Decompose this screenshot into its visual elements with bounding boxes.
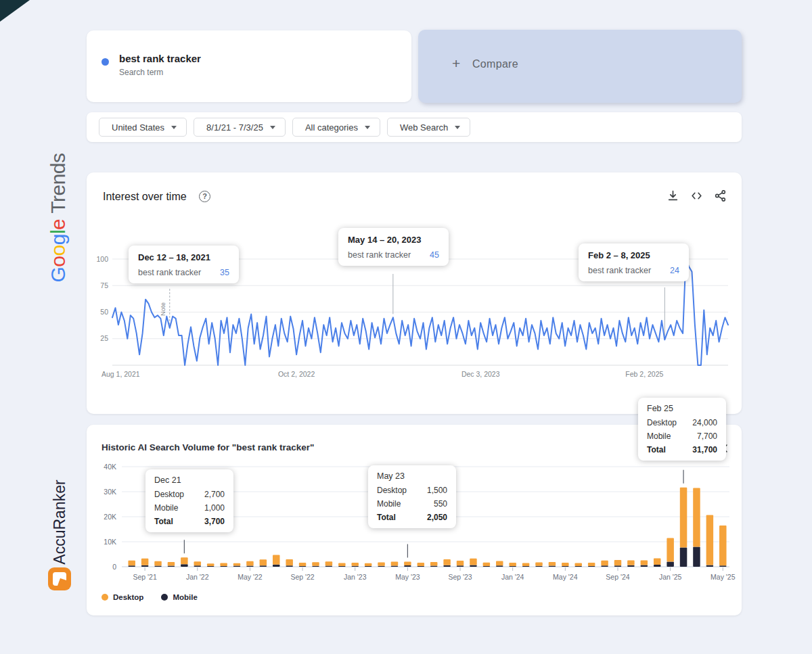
svg-text:Sep '21: Sep '21 xyxy=(133,573,156,581)
tooltip-row-label: Mobile xyxy=(647,431,671,441)
svg-text:30K: 30K xyxy=(104,488,116,496)
share-icon[interactable] xyxy=(714,189,727,202)
desktop-color-dot xyxy=(102,594,108,601)
svg-text:Sep '23: Sep '23 xyxy=(448,573,472,581)
mobile-color-dot xyxy=(161,594,168,601)
filter-daterange-dropdown[interactable]: 8/1/21 - 7/3/25 xyxy=(194,118,286,137)
tooltip-value: 45 xyxy=(430,250,439,260)
search-term-text: best rank tracker xyxy=(119,53,201,64)
tooltip-term: best rank tracker xyxy=(348,250,411,260)
search-term-subtitle: Search term xyxy=(119,68,163,77)
svg-text:May '24: May '24 xyxy=(553,573,578,581)
svg-text:May '25: May '25 xyxy=(710,573,736,581)
tooltip-row-label: Desktop xyxy=(377,486,407,495)
filter-category-label: All categories xyxy=(305,122,358,133)
tooltip-row-value: 2,700 xyxy=(204,490,225,499)
svg-text:Sep '24: Sep '24 xyxy=(606,573,629,581)
legend-label: Mobile xyxy=(173,593,197,601)
filter-category-dropdown[interactable]: All categories xyxy=(292,118,380,137)
tooltip-row-value: 3,700 xyxy=(204,517,225,526)
svg-text:10K: 10K xyxy=(104,538,116,546)
compare-button[interactable]: + Compare xyxy=(418,30,742,103)
filter-country-label: United States xyxy=(112,122,164,133)
tooltip-value: 35 xyxy=(220,268,229,277)
trends-logo-text: Trends xyxy=(47,153,69,213)
help-icon[interactable]: ? xyxy=(199,191,210,202)
tooltip-row-label: Total xyxy=(154,517,173,526)
trends-tooltip-feb-2025: Feb 2 – 8, 2025 best rank tracker24 xyxy=(579,243,689,281)
volume-tooltip-dec-21: Dec 21 Desktop2,700 Mobile1,000 Total3,7… xyxy=(145,469,233,532)
filter-daterange-label: 8/1/21 - 7/3/25 xyxy=(206,122,263,133)
tooltip-row-label: Desktop xyxy=(154,490,184,499)
embed-code-icon[interactable] xyxy=(690,189,703,202)
series-color-dot xyxy=(102,58,109,66)
search-term-card[interactable]: best rank tracker Search term xyxy=(87,30,411,102)
svg-text:75: 75 xyxy=(100,281,108,289)
svg-text:Jan '25: Jan '25 xyxy=(659,573,682,581)
trends-tooltip-may-2023: May 14 – 20, 2023 best rank tracker45 xyxy=(338,228,449,266)
interest-over-time-title: Interest over time xyxy=(103,191,187,203)
tooltip-date: May 23 xyxy=(377,471,447,481)
tooltip-date: Dec 21 xyxy=(154,475,225,485)
chevron-down-icon xyxy=(455,126,460,129)
google-trends-watermark: GoogleTrends xyxy=(47,153,70,282)
tooltip-row-label: Mobile xyxy=(377,499,401,509)
svg-text:100: 100 xyxy=(96,255,108,263)
tooltip-row-value: 7,700 xyxy=(697,431,717,441)
tooltip-row-value: 31,700 xyxy=(692,445,717,454)
tooltip-row-value: 1,500 xyxy=(427,486,447,495)
interest-over-time-card: Interest over time ? 255075100Aug 1, 202… xyxy=(87,172,742,414)
svg-text:Oct 2, 2022: Oct 2, 2022 xyxy=(278,370,315,378)
tooltip-row-value: 550 xyxy=(434,499,447,509)
filter-country-dropdown[interactable]: United States xyxy=(99,118,187,137)
svg-text:Aug 1, 2021: Aug 1, 2021 xyxy=(102,370,140,378)
legend-label: Desktop xyxy=(113,593,143,601)
tooltip-row-label: Total xyxy=(377,513,396,522)
filters-bar: United States 8/1/21 - 7/3/25 All catego… xyxy=(87,112,742,142)
compare-label: Compare xyxy=(472,58,518,70)
tooltip-row-label: Desktop xyxy=(647,418,677,427)
svg-text:Feb 2, 2025: Feb 2, 2025 xyxy=(625,370,663,378)
tooltip-row-value: 2,050 xyxy=(427,513,447,522)
plus-icon: + xyxy=(452,55,460,72)
volume-tooltip-may-23: May 23 Desktop1,500 Mobile550 Total2,050 xyxy=(368,465,456,528)
tooltip-date: May 14 – 20, 2023 xyxy=(348,235,439,245)
tooltip-row-value: 24,000 xyxy=(692,418,717,427)
svg-text:0: 0 xyxy=(112,563,116,571)
tooltip-date: Feb 2 – 8, 2025 xyxy=(588,250,679,260)
svg-text:Note: Note xyxy=(159,302,166,316)
svg-text:Jan '24: Jan '24 xyxy=(501,573,524,581)
accuranker-logo-icon xyxy=(47,567,72,594)
accuranker-watermark: AccuRanker xyxy=(51,480,69,564)
tooltip-term: best rank tracker xyxy=(588,266,651,275)
svg-text:Dec 3, 2023: Dec 3, 2023 xyxy=(461,370,500,378)
svg-text:Jan '22: Jan '22 xyxy=(186,573,209,581)
tooltip-row-label: Total xyxy=(647,445,666,454)
chart-legend: Desktop Mobile xyxy=(102,593,198,601)
svg-text:20K: 20K xyxy=(104,513,116,521)
tooltip-row-label: Mobile xyxy=(154,503,178,513)
legend-item-mobile[interactable]: Mobile xyxy=(161,593,197,601)
svg-text:May '23: May '23 xyxy=(395,573,420,581)
volume-tooltip-feb-25: Feb 25 Desktop24,000 Mobile7,700 Total31… xyxy=(638,398,726,461)
svg-text:40K: 40K xyxy=(104,463,116,471)
google-logo-text: Google xyxy=(47,219,69,283)
tooltip-date: Feb 25 xyxy=(647,404,717,413)
legend-item-desktop[interactable]: Desktop xyxy=(102,593,143,601)
svg-text:25: 25 xyxy=(100,334,108,342)
tooltip-term: best rank tracker xyxy=(138,268,201,277)
search-volume-title: Historic AI Search Volume for "best rank… xyxy=(102,442,314,452)
svg-text:May '22: May '22 xyxy=(238,573,263,581)
chevron-down-icon xyxy=(171,126,177,129)
tooltip-date: Dec 12 – 18, 2021 xyxy=(138,252,229,262)
tooltip-row-value: 1,000 xyxy=(204,503,225,513)
svg-text:50: 50 xyxy=(100,308,108,316)
svg-text:Jan '23: Jan '23 xyxy=(344,573,367,581)
chevron-down-icon xyxy=(270,126,275,129)
filter-searchtype-label: Web Search xyxy=(400,122,448,133)
trends-tooltip-dec-2021: Dec 12 – 18, 2021 best rank tracker35 xyxy=(129,246,239,283)
chevron-down-icon xyxy=(365,126,370,129)
download-icon[interactable] xyxy=(667,189,679,202)
filter-searchtype-dropdown[interactable]: Web Search xyxy=(387,118,470,137)
page: GoogleTrends AccuRanker best rank tracke… xyxy=(0,0,812,654)
